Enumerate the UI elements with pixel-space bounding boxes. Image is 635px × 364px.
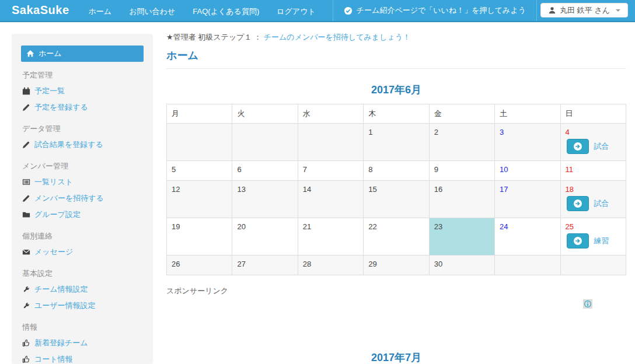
event-label-link[interactable]: 試合 (594, 141, 609, 152)
sidebar-item-label: ユーザー情報設定 (34, 300, 96, 311)
sidebar-item-court-info[interactable]: コート情報 (21, 351, 144, 364)
day-number: 7 (303, 165, 307, 174)
day-number: 22 (368, 222, 376, 231)
event-label-link[interactable]: 練習 (594, 236, 609, 246)
day-number: 23 (434, 222, 442, 231)
home-icon (26, 50, 34, 58)
ad-info-row (166, 299, 626, 309)
sidebar-item-group-settings[interactable]: グループ設定 (21, 206, 144, 223)
nav-link-faq[interactable]: FAQ(よくある質問) (184, 0, 268, 21)
calendar-cell: 21 (298, 218, 363, 256)
wrench-icon (22, 302, 30, 310)
sidebar-item-label: 予定一覧 (34, 86, 65, 96)
nav-link-logout[interactable]: ログアウト (268, 0, 325, 21)
user-name: 丸田 鉄平 さん (560, 5, 610, 16)
sidebar-item-schedule-register[interactable]: 予定を登録する (21, 99, 144, 116)
calendar-cell: 12 (167, 181, 232, 218)
wrench-icon (22, 285, 30, 293)
day-number: 14 (303, 185, 311, 194)
calendar-cell (232, 124, 298, 161)
day-number: 6 (237, 165, 241, 174)
calendar-cell: 3 (495, 124, 560, 161)
sidebar-item-team-settings[interactable]: チーム情報設定 (21, 281, 144, 298)
envelope-icon (22, 248, 30, 256)
sidebar-item-member-invite[interactable]: メンバーを招待する (21, 190, 144, 206)
nav-links: ホームお問い合わせFAQ(よくある質問)ログアウト (80, 0, 325, 21)
calendar-cell: 26 (167, 256, 232, 275)
nav-link-home[interactable]: ホーム (80, 0, 121, 21)
admin-step-banner: ★管理者 初級ステップ１ ： チームのメンバーを招待してみましょう！ (166, 32, 626, 43)
calendar-cell: 27 (232, 256, 298, 275)
sidebar-item-member-list[interactable]: 一覧リスト (21, 174, 144, 190)
user-icon (548, 6, 556, 15)
sidebar-item-user-settings[interactable]: ユーザー情報設定 (21, 298, 144, 314)
day-number: 18 (566, 185, 574, 194)
day-number: 20 (237, 222, 245, 231)
day-number: 19 (172, 222, 180, 231)
calendar-icon (22, 87, 30, 95)
calendar-cell: 17 (495, 181, 560, 218)
page-title: ホーム (166, 48, 626, 69)
calendar-cell: 30 (429, 256, 494, 275)
calendar-cell: 11 (560, 161, 626, 181)
day-number: 17 (500, 185, 508, 194)
calendar-cell: 6 (232, 161, 298, 181)
calendar-cell: 19 (167, 218, 232, 256)
day-number: 29 (368, 260, 376, 268)
calendar-cell: 20 (232, 218, 298, 256)
calendar-event: 練習 (567, 233, 621, 249)
ad-info-icon[interactable] (583, 299, 592, 309)
sidebar-item-result-register[interactable]: 試合結果を登録する (21, 136, 144, 153)
main-content: ★管理者 初級ステップ１ ： チームのメンバーを招待してみましょう！ ホーム 2… (153, 32, 626, 364)
day-number: 24 (500, 222, 508, 231)
brand-logo[interactable]: SakaSuke (0, 0, 80, 21)
calendar-june-table: 月火水木金土日1234試合56789101112131415161718試合19… (166, 104, 626, 275)
sidebar-item-label: グループ設定 (34, 209, 81, 220)
sidebar-section-header: 基本設定 (22, 268, 144, 279)
nav-link-contact[interactable]: お問い合わせ (120, 0, 184, 21)
promo-text: チーム紹介ページで「いいね！」を押してみよう (357, 5, 526, 16)
sidebar-item-new-teams[interactable]: 新着登録チーム (21, 335, 144, 351)
promo-banner[interactable]: チーム紹介ページで「いいね！」を押してみよう (333, 0, 537, 21)
sidebar-item-label: 試合結果を登録する (34, 139, 103, 150)
sidebar-item-label: メンバーを招待する (34, 193, 104, 204)
day-number: 1 (368, 128, 372, 136)
event-detail-button[interactable] (567, 196, 589, 211)
weekday-header: 木 (364, 104, 429, 124)
calendar-cell (298, 124, 363, 161)
pencil-icon (22, 103, 30, 111)
sidebar-item-label: 一覧リスト (34, 177, 73, 187)
calendar-cell: 10 (495, 161, 560, 181)
pencil-icon (22, 194, 30, 202)
event-detail-button[interactable] (567, 139, 589, 154)
calendar-cell (495, 256, 560, 275)
calendar-cell: 22 (364, 218, 429, 256)
calendar-cell: 18試合 (560, 181, 626, 218)
caret-down-icon (616, 9, 620, 12)
admin-step-link[interactable]: チームのメンバーを招待してみましょう！ (264, 33, 410, 41)
day-number: 5 (172, 165, 176, 174)
calendar-cell: 14 (298, 181, 363, 218)
thumbs-up-icon (22, 355, 30, 363)
weekday-header: 金 (429, 104, 494, 124)
sidebar-item-schedule-list[interactable]: 予定一覧 (21, 83, 144, 99)
weekday-header: 土 (495, 104, 560, 124)
sidebar-item-home[interactable]: ホーム (21, 46, 144, 62)
calendar-cell: 2 (429, 124, 494, 161)
sidebar-item-message[interactable]: メッセージ (21, 244, 144, 260)
day-number: 3 (500, 128, 504, 136)
calendar-cell: 23 (429, 218, 494, 256)
day-number: 10 (500, 165, 508, 174)
calendar-cell: 9 (429, 161, 494, 181)
check-circle-icon (344, 6, 353, 15)
user-menu-button[interactable]: 丸田 鉄平 さん (540, 3, 628, 18)
sidebar-item-label: メッセージ (34, 247, 73, 257)
sidebar-section-header: 個別連絡 (22, 231, 144, 242)
day-number: 25 (566, 222, 574, 231)
sidebar-section-header: メンバー管理 (22, 161, 144, 172)
calendar-cell: 13 (232, 181, 298, 218)
event-label-link[interactable]: 試合 (594, 198, 609, 209)
event-detail-button[interactable] (567, 233, 589, 249)
day-number: 16 (434, 185, 442, 194)
weekday-header: 火 (232, 104, 298, 124)
